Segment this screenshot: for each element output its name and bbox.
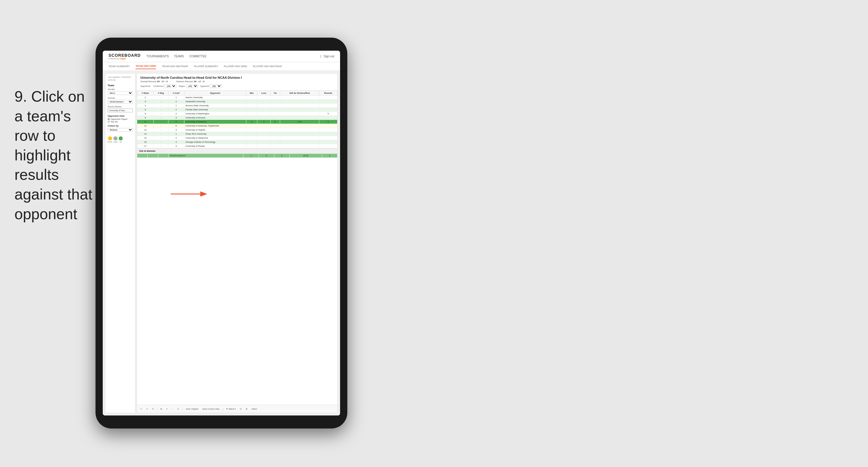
toolbar-redo[interactable]: ↪ xyxy=(145,407,149,411)
table-row[interactable]: 15-2University of Oklahoma xyxy=(137,136,338,140)
radio-top100-dot[interactable] xyxy=(108,121,110,123)
cell: 4 xyxy=(168,140,184,144)
table-row[interactable]: 8-2University of Washington5 xyxy=(137,112,338,116)
cell xyxy=(257,144,270,148)
region-select[interactable]: (All) xyxy=(186,84,198,88)
opponent-name-cell: University of Arizona xyxy=(184,116,246,120)
opponent-view-label: Opponent View xyxy=(108,115,133,117)
col-win: Win xyxy=(246,91,257,95)
table-row[interactable]: 9-3University of Arizona xyxy=(137,116,338,120)
last-updated: Last Updated: 27/03/2024 16:55:38 xyxy=(108,76,133,82)
nav-links: TOURNAMENTS TEAMS COMMITTEE xyxy=(147,54,207,58)
toolbar-reset[interactable]: ⟲ xyxy=(151,407,155,411)
nav-teams[interactable]: TEAMS xyxy=(174,54,184,58)
nav-committee[interactable]: COMMITTEE xyxy=(189,54,207,58)
opponent-select[interactable]: (All) xyxy=(210,84,222,88)
gender-label: Gender xyxy=(108,88,133,91)
cell: 6 xyxy=(168,124,184,128)
tab-team-h2h-heatmap[interactable]: TEAM H2H HEATMAP xyxy=(162,64,188,69)
division-table: NCAA Division II 1 0 0 26.00 3 xyxy=(137,153,338,158)
grid-records: Overall Record: 89 - 17 - 0 Division Rec… xyxy=(141,80,334,83)
table-row[interactable]: NCAA Division II 1 0 0 26.00 3 xyxy=(137,154,338,158)
logo-powered: Powered by clippd xyxy=(108,58,141,60)
table-row[interactable]: 17-3University of Florida xyxy=(137,144,338,148)
cell: 1 xyxy=(168,95,184,99)
toolbar-btn2[interactable]: ⊞ xyxy=(245,407,249,411)
cell xyxy=(280,136,319,140)
nav-tournaments[interactable]: TOURNAMENTS xyxy=(147,54,169,58)
cell: 17 xyxy=(137,144,154,148)
tab-player-h2h-heatmap[interactable]: PLAYER H2H HEATMAP xyxy=(253,64,282,69)
opponent-name-cell: Vanderbilt University xyxy=(184,99,246,104)
legend-level: Level xyxy=(113,136,117,143)
toolbar-btn1[interactable]: ⊡ xyxy=(239,407,243,411)
cell: 1 xyxy=(168,132,184,136)
cell xyxy=(319,108,337,112)
overall-record: Overall Record: 89 - 17 - 0 xyxy=(141,80,167,83)
sub-nav: TEAM SUMMARY TEAM H2H GRID TEAM H2H HEAT… xyxy=(103,62,340,71)
table-row[interactable]: 6-2Florida State University xyxy=(137,108,338,112)
toolbar-cut[interactable]: ✂ xyxy=(165,407,169,411)
table-row[interactable]: 3-2Vanderbilt University xyxy=(137,99,338,104)
radio-opponents-played-dot[interactable] xyxy=(108,118,110,120)
cell xyxy=(319,144,337,148)
radio-opponents-played-label: Opponents Played xyxy=(111,118,127,120)
toolbar-more[interactable]: ··· xyxy=(171,407,175,411)
toolbar-grid[interactable]: ⊞ xyxy=(159,407,163,411)
table-row[interactable]: 11-5University of Alabama3002.618 xyxy=(137,120,338,124)
opponent-name-cell: University of Alabama xyxy=(184,120,246,124)
cell xyxy=(257,140,270,144)
col-conf: # Conf xyxy=(168,91,184,95)
div-rank xyxy=(137,154,148,158)
toolbar-watch[interactable]: 👁 Watch ▾ xyxy=(225,407,237,411)
table-row[interactable]: 16-4Georgia Institute of Technology xyxy=(137,140,338,144)
tab-player-summary[interactable]: PLAYER SUMMARY xyxy=(194,64,218,69)
cell xyxy=(257,104,270,108)
legend-level-label: Level xyxy=(113,141,117,143)
toolbar-clock[interactable]: ⊙ xyxy=(176,407,180,411)
toolbar-save-custom[interactable]: Save Custom View xyxy=(201,407,221,411)
table-row[interactable]: 2-1Auburn University xyxy=(137,95,338,99)
cell: 16 xyxy=(137,140,154,144)
col-rank: # Rank xyxy=(137,91,154,95)
cell: 0 xyxy=(257,120,270,124)
table-row[interactable]: 14-1Texas Tech University xyxy=(137,132,338,136)
cell: 5 xyxy=(319,112,337,116)
cell xyxy=(319,132,337,136)
cell xyxy=(319,140,337,144)
table-row[interactable]: 4-1Arizona State University xyxy=(137,104,338,108)
cell xyxy=(246,136,257,140)
opponent-label: Opponent xyxy=(200,85,209,87)
opponent-name-cell: University of Arkansas, Fayetteville xyxy=(184,124,246,128)
opponent-name-cell: University of Washington xyxy=(184,112,246,116)
tab-player-h2h-grid[interactable]: PLAYER H2H GRID xyxy=(224,64,247,69)
cell xyxy=(270,108,280,112)
instruction-body: Click on a team's row to highlight resul… xyxy=(14,88,92,222)
cell: 14 xyxy=(137,132,154,136)
sign-out-button[interactable]: Sign out xyxy=(323,55,334,58)
cell xyxy=(319,104,337,108)
cell xyxy=(257,116,270,120)
main-content: Last Updated: 27/03/2024 16:55:38 Team G… xyxy=(103,71,340,415)
division-select[interactable]: NCAA Division I xyxy=(108,100,133,104)
cell: 4 xyxy=(137,104,154,108)
cell xyxy=(270,128,280,132)
division-label: Division xyxy=(108,97,133,99)
table-row[interactable]: 13-3University of Virginia xyxy=(137,128,338,132)
tab-team-h2h-grid[interactable]: TEAM H2H GRID xyxy=(135,63,156,69)
colour-by-select[interactable]: Win/loss xyxy=(108,128,133,132)
tab-team-summary[interactable]: TEAM SUMMARY xyxy=(108,64,130,69)
toolbar-share[interactable]: Share xyxy=(250,407,258,411)
div-reg xyxy=(148,154,158,158)
toolbar-sep1: | xyxy=(157,407,157,411)
table-row[interactable]: 12-6University of Arkansas, Fayetteville xyxy=(137,124,338,128)
division-record: Division Record: 88 - 17 - 0 xyxy=(176,80,204,83)
toolbar-undo[interactable]: ↩ xyxy=(139,407,143,411)
gender-select[interactable]: Men's xyxy=(108,91,133,95)
conference-select[interactable]: (All) xyxy=(164,84,176,88)
toolbar-view-original[interactable]: View: Original xyxy=(185,407,199,411)
cell xyxy=(257,136,270,140)
div-name: NCAA Division II xyxy=(168,154,243,158)
div-rounds: 3 xyxy=(322,154,337,158)
cell: - xyxy=(154,99,168,104)
